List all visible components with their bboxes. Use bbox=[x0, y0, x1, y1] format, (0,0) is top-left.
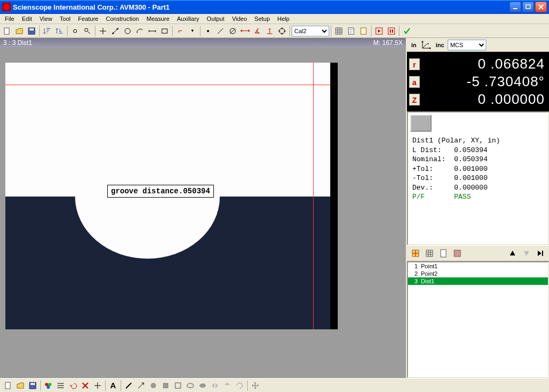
bt-save-icon[interactable] bbox=[27, 380, 39, 391]
width-icon[interactable]: ⟷ bbox=[239, 25, 251, 37]
unit-button[interactable]: in bbox=[411, 42, 417, 48]
bt-delete-icon[interactable] bbox=[79, 380, 91, 391]
menu-tool[interactable]: Tool bbox=[56, 14, 74, 23]
bt-new-icon[interactable] bbox=[2, 380, 14, 391]
video-status-left: 3 : 3 Dist1 bbox=[3, 39, 373, 47]
feature-row-2[interactable]: 2 Point2 bbox=[408, 270, 548, 277]
bt-open-icon[interactable] bbox=[14, 380, 26, 391]
main-toolbar: ⌐ ▼ ⟷ ∡ Cal2 bbox=[0, 24, 549, 38]
svg-rect-22 bbox=[454, 250, 461, 257]
maximize-button[interactable] bbox=[522, 2, 534, 12]
detail-ptol-value: 0.001000 bbox=[454, 165, 487, 173]
menu-measure[interactable]: Measure bbox=[143, 14, 173, 23]
distance-icon[interactable] bbox=[146, 25, 158, 37]
feat-up-icon[interactable] bbox=[506, 247, 519, 260]
feat-align-icon[interactable] bbox=[409, 247, 422, 260]
detail-dev-label: Dev.: bbox=[412, 184, 433, 192]
feat-doc-icon[interactable] bbox=[437, 247, 450, 260]
bt-diag-icon[interactable] bbox=[123, 380, 135, 391]
svg-rect-31 bbox=[163, 383, 168, 388]
arc-icon[interactable] bbox=[134, 25, 146, 37]
feature-name: Point2 bbox=[421, 270, 437, 277]
feat-down-icon[interactable] bbox=[520, 247, 533, 260]
menu-output[interactable]: Output bbox=[203, 14, 228, 23]
feat-view-icon[interactable] bbox=[451, 247, 464, 260]
dot-icon[interactable] bbox=[202, 25, 214, 37]
menu-auxiliary[interactable]: Auxiliary bbox=[173, 14, 203, 23]
dro-label-z[interactable]: Z bbox=[409, 94, 420, 105]
video-magnification: M: 167.5X bbox=[373, 39, 403, 47]
video-pane[interactable]: groove distance.050394 bbox=[0, 48, 406, 378]
target-icon[interactable] bbox=[276, 25, 288, 37]
feature-row-1[interactable]: 1 Point1 bbox=[408, 262, 548, 270]
bottom-toolbar: A bbox=[0, 378, 549, 392]
bt-filled-circle-icon[interactable] bbox=[147, 380, 159, 391]
menu-construction[interactable]: Construction bbox=[102, 14, 143, 23]
coord-system-select[interactable]: MCS bbox=[448, 40, 486, 50]
calibration-select[interactable]: Cal2 bbox=[292, 26, 329, 36]
menu-video[interactable]: Video bbox=[228, 14, 251, 23]
svg-rect-17 bbox=[388, 28, 395, 34]
new-icon[interactable] bbox=[1, 25, 13, 37]
bt-colors-icon[interactable] bbox=[42, 380, 54, 391]
bt-point-icon[interactable] bbox=[92, 380, 103, 391]
bt-move-icon[interactable] bbox=[249, 380, 261, 391]
menubar: File Edit View Tool Feature Construction… bbox=[0, 14, 549, 24]
mode-button[interactable]: inc bbox=[436, 42, 444, 48]
bt-flip-v-icon[interactable] bbox=[221, 380, 233, 391]
angle-dropdown-icon[interactable]: ▼ bbox=[187, 25, 198, 37]
bt-filled-square-icon[interactable] bbox=[160, 380, 172, 391]
axis-icon[interactable] bbox=[420, 39, 433, 51]
menu-file[interactable]: File bbox=[1, 14, 18, 23]
detail-dev-value: 0.000000 bbox=[454, 184, 487, 192]
angle-measure-icon[interactable]: ∡ bbox=[251, 25, 263, 37]
minimize-button[interactable] bbox=[509, 2, 521, 12]
line-icon[interactable] bbox=[109, 25, 121, 37]
circle-probe-icon[interactable] bbox=[81, 25, 93, 37]
document-icon[interactable] bbox=[345, 25, 357, 37]
sort-desc-icon[interactable] bbox=[54, 25, 65, 37]
menu-edit[interactable]: Edit bbox=[18, 14, 36, 23]
sort-asc-icon[interactable] bbox=[41, 25, 53, 37]
rectangle-icon[interactable] bbox=[159, 25, 170, 37]
bt-filled-ellipse-icon[interactable] bbox=[197, 380, 209, 391]
circle-diameter-icon[interactable] bbox=[227, 25, 239, 37]
svg-point-29 bbox=[47, 386, 50, 389]
close-button[interactable] bbox=[535, 2, 547, 12]
bt-arrow-icon[interactable] bbox=[135, 380, 147, 391]
circle-small-icon[interactable] bbox=[69, 25, 81, 37]
menu-view[interactable]: View bbox=[36, 14, 56, 23]
slash-icon[interactable] bbox=[214, 25, 226, 37]
check-icon[interactable] bbox=[401, 25, 413, 37]
report-icon[interactable] bbox=[358, 25, 369, 37]
datum-icon[interactable] bbox=[264, 25, 276, 37]
circle-icon[interactable] bbox=[122, 25, 133, 37]
bt-refresh-icon[interactable] bbox=[234, 380, 246, 391]
bt-flip-h-icon[interactable] bbox=[209, 380, 221, 391]
play-icon[interactable] bbox=[373, 25, 385, 37]
feature-list[interactable]: 1 Point1 2 Point2 3 Dist1 bbox=[407, 261, 549, 378]
bt-undo-icon[interactable] bbox=[67, 380, 79, 391]
menu-feature[interactable]: Feature bbox=[75, 14, 102, 23]
bt-text-icon[interactable]: A bbox=[107, 380, 119, 391]
grid-icon[interactable] bbox=[333, 25, 345, 37]
feat-grid-icon[interactable] bbox=[423, 247, 436, 260]
svg-rect-0 bbox=[513, 8, 517, 9]
menu-help[interactable]: Help bbox=[273, 14, 293, 23]
open-icon[interactable] bbox=[13, 25, 25, 37]
bt-ellipse-icon[interactable] bbox=[184, 380, 196, 391]
menu-setup[interactable]: Setup bbox=[251, 14, 274, 23]
feat-end-icon[interactable] bbox=[534, 247, 547, 260]
bt-square-outline-icon[interactable] bbox=[172, 380, 184, 391]
save-icon[interactable] bbox=[26, 25, 38, 37]
angle-icon[interactable]: ⌐ bbox=[174, 25, 186, 37]
bt-lines-icon[interactable] bbox=[55, 380, 66, 391]
video-annotation[interactable]: groove distance.050394 bbox=[107, 185, 214, 198]
dro-label-r[interactable]: r bbox=[409, 58, 420, 70]
dro-label-a[interactable]: a bbox=[409, 76, 420, 88]
feature-row-3[interactable]: 3 Dist1 bbox=[408, 277, 548, 285]
point-icon[interactable] bbox=[97, 25, 109, 37]
svg-rect-1 bbox=[526, 5, 530, 9]
feature-num: 1 bbox=[410, 263, 418, 269]
pause-icon[interactable] bbox=[385, 25, 397, 37]
